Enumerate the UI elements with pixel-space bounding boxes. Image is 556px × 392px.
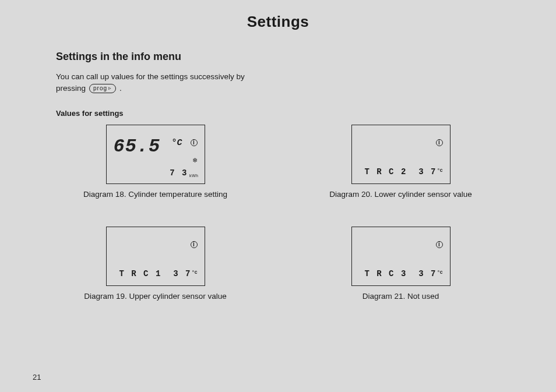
diagram-19-caption: Diagram 19. Upper cylinder sensor value [56,292,255,301]
prog-label: prog [93,84,107,93]
sensor-unit: °C [437,270,443,275]
diagram-19-display: i T R C 1 3 7 °C [106,227,205,286]
intro-line-1: You can call up values for the settings … [56,71,556,83]
info-icon: i [436,241,443,248]
sensor-label: T R C 3 [365,269,407,278]
sensor-value: 3 7 [173,269,191,278]
document-page: Settings Settings in the info menu You c… [0,0,556,392]
info-icon: i [191,241,198,248]
prog-button-icon: prog ▹ [89,84,116,93]
diagram-21-cell: i T R C 3 3 7 °C Diagram 21. Not used [301,227,500,301]
diagram-19-cell: i T R C 1 3 7 °C Diagram 19. Upper cylin… [56,227,255,301]
info-icon: i [191,139,198,146]
diagram-grid: 65.5 °C i ❄ 7 3 kWh Diagram 18. Cylinder… [0,125,556,301]
section-title: Settings in the info menu [56,51,556,63]
sensor-unit: °C [437,168,443,173]
sensor-label: T R C 1 [119,269,162,278]
diagram-20-display: i T R C 2 3 7 °C [351,125,451,184]
values-subhead: Values for settings [56,109,556,118]
sensor-unit: °C [192,270,198,275]
page-number: 21 [33,373,41,382]
diagram-20-cell: i T R C 2 3 7 °C Diagram 20. Lower cylin… [301,125,500,199]
snowflake-icon: ❄ [192,157,198,164]
energy-value: 7 3 [170,168,188,178]
sensor-label: T R C 2 [365,167,407,176]
intro-line-2: pressing prog ▹ . [56,83,556,94]
arrow-right-icon: ▹ [108,84,112,93]
intro-suffix: . [119,83,122,94]
diagram-21-caption: Diagram 21. Not used [301,292,500,301]
intro-prefix: pressing [56,83,86,94]
diagram-20-caption: Diagram 20. Lower cylinder sensor value [301,190,500,199]
energy-unit: kWh [189,174,199,178]
diagram-18-display: 65.5 °C i ❄ 7 3 kWh [106,125,205,184]
main-temperature-value: 65.5 [114,136,161,157]
intro-text: You can call up values for the settings … [56,71,556,95]
diagram-18-caption: Diagram 18. Cylinder temperature setting [56,190,255,199]
page-title: Settings [0,0,556,31]
sensor-value: 3 7 [418,269,437,278]
info-icon: i [436,139,443,146]
temperature-unit: °C [172,138,182,148]
sensor-value: 3 7 [418,167,437,176]
diagram-18-cell: 65.5 °C i ❄ 7 3 kWh Diagram 18. Cylinder… [56,125,255,199]
diagram-21-display: i T R C 3 3 7 °C [351,227,451,286]
